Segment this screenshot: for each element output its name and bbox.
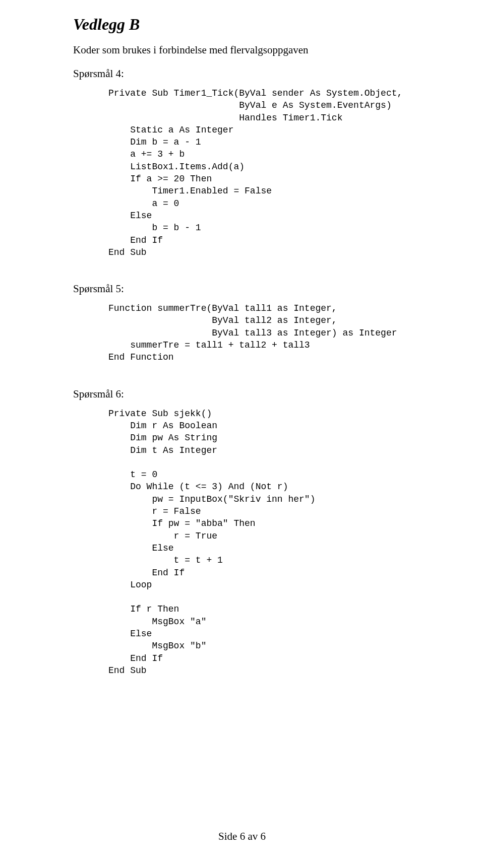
- question-4-label: Spørsmål 4:: [73, 68, 439, 80]
- attachment-title: Vedlegg B: [73, 15, 439, 34]
- question-6-section: Spørsmål 6: Private Sub sjekk() Dim r As…: [73, 388, 439, 677]
- page-footer: Side 6 av 6: [0, 830, 484, 843]
- page: Vedlegg B Koder som brukes i forbindelse…: [0, 0, 484, 868]
- question-5-label: Spørsmål 5:: [73, 283, 439, 295]
- code-block-q6: Private Sub sjekk() Dim r As Boolean Dim…: [108, 408, 439, 677]
- code-block-q5: Function summerTre(ByVal tall1 as Intege…: [108, 302, 439, 363]
- intro-text: Koder som brukes i forbindelse med flerv…: [73, 44, 439, 56]
- question-5-section: Spørsmål 5: Function summerTre(ByVal tal…: [73, 283, 439, 363]
- question-4-section: Spørsmål 4: Private Sub Timer1_Tick(ByVa…: [73, 68, 439, 258]
- code-block-q4: Private Sub Timer1_Tick(ByVal sender As …: [108, 87, 439, 258]
- question-6-label: Spørsmål 6:: [73, 388, 439, 400]
